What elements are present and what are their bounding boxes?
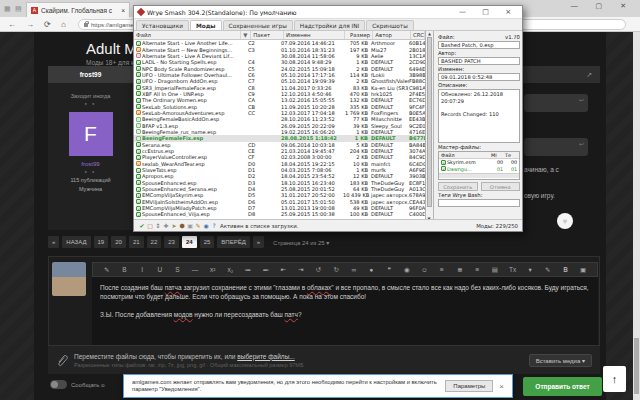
col-file[interactable]: Файл [134,31,241,39]
quote-icon[interactable]: ❝ [380,266,398,274]
mod-row[interactable]: ✓UFO - Ultimate Follower Overhaul...C605… [134,72,425,78]
mod-row[interactable]: ✓EMCompViljaSkyrim.espD531.01.2017 20:52… [134,192,425,198]
wrye-title-bar[interactable]: Wrye Smash 304.2(Standalone): По умолчан… [134,6,522,19]
align-center-icon[interactable]: ≣ [451,266,469,274]
mod-checkbox-icon[interactable] [136,129,141,134]
mod-checkbox-icon[interactable]: ✓ [136,206,141,211]
mod-checkbox-icon[interactable]: ✓ [136,199,141,204]
page-24[interactable]: 24 [182,236,197,248]
mod-checkbox-icon[interactable]: ✓ [136,47,141,52]
mod-checkbox-icon[interactable]: ✓ [136,168,141,173]
submit-reply-button[interactable]: Отправить ответ [523,377,602,396]
mod-row[interactable]: ✓SlaveTats.espD104.03.2015 7:08:061 KBmu… [134,167,425,173]
save-button[interactable]: Сохранить [438,182,478,191]
mod-checkbox-icon[interactable]: ✓ [136,91,141,96]
mod-row[interactable]: ✓LADL - No Starting Spells.espC430.08.20… [134,59,425,65]
mod-row[interactable]: ✓SpouseEnhanced_Serana.espD425.08.2015 2… [134,186,425,192]
wrye-column-header[interactable]: Файл ▼ Пакет Изменен Размер Автор CRC [134,31,425,40]
mod-row[interactable]: ✓Alternate Start - Live Another Life...C… [134,40,425,46]
mod-checkbox-icon[interactable]: ✓ [136,155,141,160]
notify-toggle[interactable] [50,380,67,389]
numbered-list-icon[interactable]: ≕ [257,266,275,274]
page-first[interactable]: « [48,236,59,248]
align-left-icon[interactable]: ≡ [433,266,451,273]
mod-row[interactable]: ✓UFO - Dragonborn AddOn.espC705.10.2014 … [134,78,425,84]
mod-row[interactable]: ✓Serana.espCD09.06.2014 10:03:185 KBDEFA… [134,142,425,148]
mod-list-scrollbar[interactable]: ▲ ▼ [426,31,434,221]
mod-row[interactable]: ✓SpouseEnhanced.espD318.10.2015 16:23:40… [134,180,425,186]
col-crc[interactable]: CRC [411,31,425,39]
superscript-icon[interactable]: x² [204,266,222,273]
mod-row[interactable]: ✓ccEstrus.espCE21.03.2014 19:45:47204 KB… [134,148,425,154]
masters-col-te[interactable]: Те [503,152,519,158]
underline-icon[interactable]: U [151,266,169,273]
mod-row[interactable]: ✓SR3_ImperialFemaleFace.espC811.04.2017 … [134,84,425,90]
mod-checkbox-icon[interactable] [136,123,141,128]
mod-checkbox-icon[interactable]: ✓ [136,98,141,103]
settings-pie-icon[interactable]: ◉ [202,222,210,229]
new-mod-icon[interactable]: ✚ [162,222,170,229]
page-21[interactable]: 21 [129,236,144,248]
pinned-tab-icon-1[interactable]: ▦ [4,0,11,17]
wrye-tab-Установщики[interactable]: Установщики [136,20,189,30]
browser-window-controls[interactable]: — ▢ ✕ [571,2,634,10]
mod-checkbox-icon[interactable] [136,53,141,58]
mod-row[interactable]: ✓NPC Body Scale Randomizer.espC524.02.20… [134,65,425,71]
sort-icon[interactable]: ▼ [241,31,251,39]
mod-checkbox-icon[interactable]: ✓ [136,79,141,84]
undo-icon[interactable]: ↺ [310,266,328,274]
col-author[interactable]: Автор [373,31,411,39]
mod-checkbox-icon[interactable]: ✓ [136,180,141,185]
choose-files-link[interactable]: выберите файлы... [237,353,294,360]
tab-close-icon[interactable]: × [121,7,125,14]
bg-color-icon[interactable]: 𝐁 [557,266,575,274]
page-20[interactable]: 20 [111,236,126,248]
mod-checkbox-icon[interactable]: ✓ [136,212,141,217]
font-size-icon[interactable]: Tx [504,266,522,273]
ghost-toggle-icon[interactable]: ⇕ [154,222,162,229]
mod-row[interactable]: ✓EMCompViljaMiladyPatch.espD713.01.2013 … [134,205,425,211]
mod-checkbox-icon[interactable] [136,117,141,122]
mod-row[interactable]: ✓SexLab-AmorousAdventures.espCC12.03.201… [134,110,425,116]
mod-checkbox-icon[interactable]: ✓ [136,142,141,147]
active-filter-icon[interactable]: ✔ [138,222,146,229]
pinned-tab-icon-2[interactable]: ▤ [15,0,22,17]
details-file-input[interactable]: Bashed Patch, 0.esp [438,41,520,49]
edit-doc-icon[interactable]: ✎ [194,222,202,229]
redo-icon[interactable]: ↻ [327,266,345,274]
reply-curl-icon[interactable]: ↩ [579,96,584,103]
page-25[interactable]: 25 [200,236,215,248]
avatar[interactable]: F [69,112,113,156]
notification-options-button[interactable]: Параметры [445,380,493,392]
mod-checkbox-icon[interactable] [136,136,141,141]
bash-monkey-icon[interactable]: ⬢ [178,222,186,229]
align-right-icon[interactable]: ≡ [468,266,486,273]
masters-hscrollbar[interactable] [439,173,519,178]
details-author-input[interactable]: BASHED PATCH [438,57,520,65]
mod-checkbox-icon[interactable]: ✓ [136,174,141,179]
inactive-filter-icon[interactable]: ▢ [146,222,154,229]
wrye-tab-Моды[interactable]: Моды [190,20,222,30]
wrye-tab-Надстройки для INI[interactable]: Надстройки для INI [294,20,365,30]
wrye-window-controls[interactable]: — □ × [459,8,518,16]
mod-checkbox-icon[interactable]: ✓ [136,72,141,77]
mod-row[interactable]: ✓sexlab_WearAndTear.espD018.04.2015 19:2… [134,161,425,167]
master-row[interactable]: ✓Skyrim.esm0000 [439,159,519,165]
bold-icon[interactable]: B [116,266,134,273]
indent-icon[interactable]: ⇥ [292,266,310,274]
author-name[interactable]: frost99 [48,161,133,167]
mod-row[interactable]: ✓Apropos.espD218.04.2015 23:54:5212 KBDE… [134,173,425,179]
mod-row[interactable]: ✓Alternate Start -- New Beginnings...C30… [134,46,425,52]
mod-row[interactable]: ✓PlayerValueController.espCF02.03.2008 3… [134,154,425,160]
col-package[interactable]: Пакет [251,31,284,39]
page-19[interactable]: 19 [94,236,109,248]
back-to-top-button[interactable]: ↑ [603,366,626,392]
mod-checkbox-icon[interactable]: ✓ [136,110,141,115]
back-icon[interactable]: ← [8,20,16,29]
forward-icon[interactable]: → [26,20,34,29]
post-author-tab[interactable]: frost99 [48,66,133,83]
remove-format-icon[interactable]: ✎ [98,266,116,274]
mod-row[interactable]: ✓SpouseEnhanced_Vilja.espD825.09.2015 15… [134,211,425,217]
notification-close-icon[interactable]: × [499,382,504,391]
unlink-icon[interactable]: ● [363,266,381,273]
